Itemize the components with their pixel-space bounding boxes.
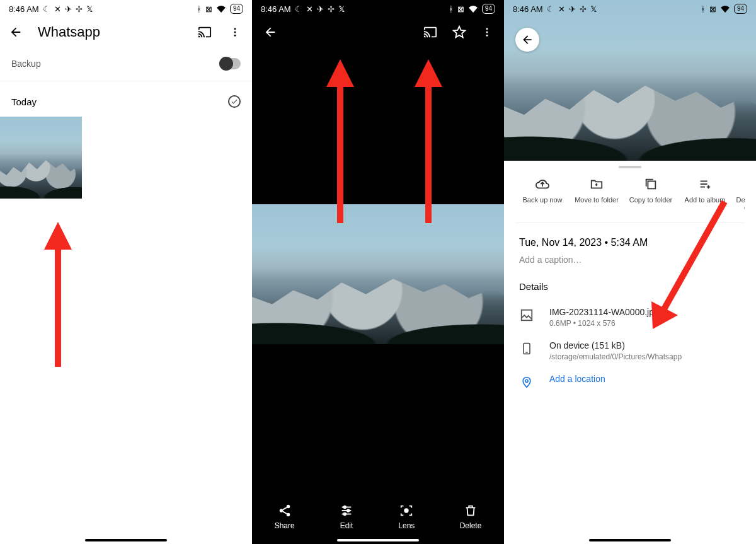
svg-point-2	[234, 35, 236, 37]
svg-point-20	[343, 513, 346, 516]
photo-preview[interactable]	[504, 0, 756, 161]
home-indicator	[337, 539, 419, 541]
sheet-actions-row: Back up now Move to folder Copy to folde…	[515, 175, 745, 223]
more-icon[interactable]	[227, 25, 243, 39]
svg-point-13	[279, 509, 283, 512]
viewer-bottom-bar: Share Edit Lens Delete	[252, 504, 504, 530]
lens-label: Lens	[398, 521, 415, 530]
storage-size: On device (151 kB)	[549, 340, 741, 350]
photo-thumbnail[interactable]	[0, 117, 82, 199]
edit-label: Edit	[340, 521, 353, 530]
clock: 8:46 AM	[9, 4, 39, 14]
x-icon: 𝕏	[338, 4, 345, 14]
svg-point-14	[286, 513, 290, 517]
panel-photo-viewer: 8:46 AM ☾ ✕ ✈ ✢ 𝕏 ᚼ ⊠ 94	[252, 0, 504, 544]
device-icon	[519, 340, 534, 356]
svg-point-12	[286, 505, 290, 509]
cast-icon[interactable]	[423, 25, 437, 39]
fan-icon: ✢	[76, 4, 83, 14]
edit-button[interactable]: Edit	[340, 504, 353, 530]
move-folder-button[interactable]: Move to folder	[570, 177, 624, 211]
back-arrow-icon[interactable]	[263, 25, 277, 39]
fan-icon: ✢	[328, 4, 335, 14]
telegram-icon: ✈	[65, 4, 72, 14]
svg-marker-4	[44, 222, 72, 250]
sheet-handle[interactable]	[619, 166, 641, 168]
annotation-arrow	[39, 222, 77, 373]
back-button[interactable]	[515, 28, 539, 52]
annotation-arrow	[410, 59, 447, 223]
delete-button[interactable]: Delete	[460, 504, 482, 530]
status-bar: 8:46 AM ☾ ✕ ✈ ✢ 𝕏 ᚼ ⊠ 94	[252, 0, 504, 18]
star-icon[interactable]	[452, 25, 466, 39]
image-icon	[519, 307, 534, 322]
select-all-icon[interactable]	[228, 95, 241, 108]
svg-rect-22	[648, 181, 655, 188]
dnd-icon: ✕	[558, 4, 565, 14]
wifi-icon	[720, 5, 730, 13]
file-meta: 0.6MP • 1024 x 576	[549, 319, 741, 328]
svg-point-19	[347, 509, 350, 512]
cast-icon[interactable]	[198, 25, 212, 39]
file-name: IMG-20231114-WA0000.jpg	[549, 307, 741, 317]
annotation-arrow	[321, 59, 359, 223]
x-icon: 𝕏	[86, 4, 93, 14]
status-bar: 8:46 AM ☾ ✕ ✈ ✢ 𝕏 ᚼ ⊠ 94	[504, 0, 756, 18]
copy-folder-button[interactable]: Copy to folder	[624, 177, 678, 211]
caption-input[interactable]: Add a caption…	[504, 252, 756, 279]
svg-point-6	[486, 32, 488, 33]
telegram-icon: ✈	[569, 4, 576, 14]
bluetooth-icon: ᚼ	[449, 4, 454, 14]
svg-point-7	[486, 35, 488, 37]
clock: 8:46 AM	[513, 4, 543, 14]
backup-now-button[interactable]: Back up now	[515, 177, 570, 211]
album-header: Whatsapp	[0, 18, 252, 52]
moon-icon: ☾	[295, 4, 302, 14]
svg-point-5	[486, 28, 488, 30]
today-label: Today	[11, 96, 37, 107]
panel-photo-details: 8:46 AM ☾ ✕ ✈ ✢ 𝕏 ᚼ ⊠ 94 Back up now Mov…	[504, 0, 756, 544]
svg-point-33	[525, 379, 528, 382]
svg-marker-11	[415, 59, 442, 87]
svg-point-21	[405, 509, 409, 512]
lens-button[interactable]: Lens	[398, 504, 415, 530]
backup-row: Backup	[0, 52, 252, 81]
moon-icon: ☾	[43, 4, 50, 14]
photo-datetime: Tue, Nov 14, 2023 • 5:34 AM	[504, 223, 756, 252]
add-location-row[interactable]: Add a location	[504, 367, 756, 395]
add-album-button[interactable]: Add to album	[678, 177, 732, 211]
location-pin-icon	[519, 374, 534, 389]
svg-point-18	[343, 506, 346, 509]
battery-indicator: 94	[734, 4, 747, 14]
more-icon[interactable]	[481, 25, 493, 39]
today-row: Today	[0, 81, 252, 117]
viewer-header	[252, 18, 504, 47]
bluetooth-icon: ᚼ	[197, 4, 202, 14]
svg-point-0	[234, 28, 236, 30]
back-arrow-icon[interactable]	[9, 25, 23, 39]
no-sim-icon: ⊠	[205, 4, 212, 14]
add-location-label: Add a location	[549, 374, 741, 384]
battery-indicator: 94	[230, 4, 243, 14]
details-heading: Details	[504, 279, 756, 301]
telegram-icon: ✈	[317, 4, 324, 14]
moon-icon: ☾	[547, 4, 554, 14]
share-label: Share	[275, 521, 295, 530]
panel-album-list: 8:46 AM ☾ ✕ ✈ ✢ 𝕏 ᚼ ⊠ 94 Whatsapp Backup	[0, 0, 252, 544]
delete-device-button[interactable]: Delete from device	[732, 177, 745, 211]
storage-detail-row: On device (151 kB) /storage/emulated/0/P…	[504, 334, 756, 367]
svg-marker-9	[326, 59, 354, 87]
no-sim-icon: ⊠	[709, 4, 716, 14]
delete-label: Delete	[460, 521, 482, 530]
storage-path: /storage/emulated/0/Pictures/Whatsapp	[549, 352, 741, 361]
no-sim-icon: ⊠	[457, 4, 464, 14]
file-detail-row: IMG-20231114-WA0000.jpg 0.6MP • 1024 x 5…	[504, 301, 756, 334]
home-indicator	[85, 539, 167, 541]
album-title: Whatsapp	[38, 24, 183, 40]
home-indicator	[589, 539, 671, 541]
photo-full[interactable]	[252, 204, 504, 344]
details-sheet: Back up now Move to folder Copy to folde…	[504, 161, 756, 544]
share-button[interactable]: Share	[275, 504, 295, 530]
backup-toggle[interactable]	[219, 58, 241, 69]
svg-rect-30	[522, 310, 532, 321]
